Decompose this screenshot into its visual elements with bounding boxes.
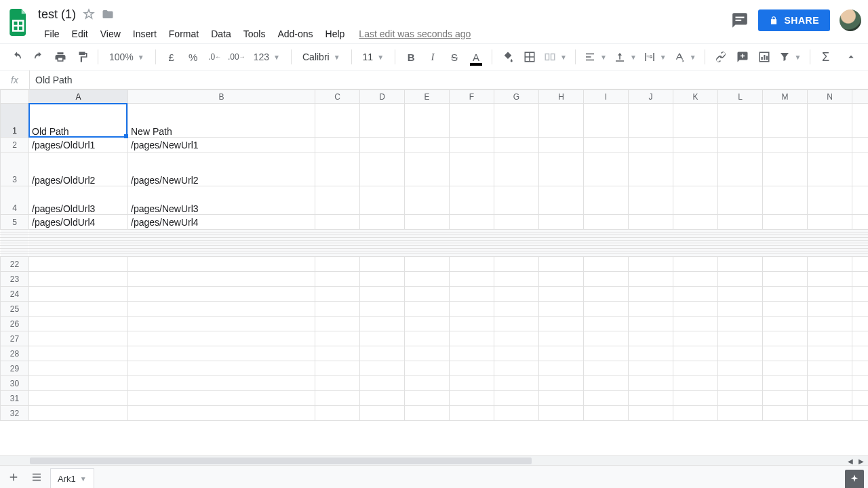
paint-format-button[interactable]	[72, 47, 92, 67]
col-header-n[interactable]: N	[808, 90, 852, 104]
menu-view[interactable]: View	[94, 26, 127, 42]
select-all-corner[interactable]	[1, 90, 29, 104]
zoom-value: 100%	[109, 52, 134, 62]
row-header-4[interactable]: 4	[1, 186, 29, 215]
comments-icon[interactable]	[731, 12, 749, 29]
number-format-dropdown[interactable]: 123▼	[248, 47, 285, 67]
menu-insert[interactable]: Insert	[127, 26, 163, 42]
toolbar-separator	[98, 49, 98, 64]
text-color-button[interactable]: A	[466, 47, 486, 67]
sheets-app-icon[interactable]	[5, 4, 33, 41]
col-header-l[interactable]: L	[718, 90, 763, 104]
font-size-dropdown[interactable]: 11▼	[357, 47, 389, 67]
star-icon[interactable]	[83, 8, 95, 20]
row-30: 30	[1, 376, 869, 391]
cell-b2[interactable]: /pages/NewUrl1	[128, 138, 315, 152]
bold-button[interactable]: B	[401, 47, 421, 67]
col-header-i[interactable]: I	[584, 90, 629, 104]
move-folder-icon[interactable]	[102, 8, 114, 20]
column-header-row: A B C D E F G H I J K L M N O	[1, 90, 869, 104]
strikethrough-button[interactable]: S	[444, 47, 465, 67]
row-5: 5 /pages/OldUrl4 /pages/NewUrl4	[1, 215, 869, 230]
col-header-d[interactable]: D	[360, 90, 405, 104]
col-header-h[interactable]: H	[539, 90, 584, 104]
filter-button[interactable]: ▼	[776, 47, 804, 67]
col-header-j[interactable]: J	[629, 90, 673, 104]
menu-tools[interactable]: Tools	[237, 26, 272, 42]
scroll-left-arrow[interactable]: ◀	[845, 456, 856, 466]
all-sheets-button[interactable]	[27, 468, 46, 487]
menu-format[interactable]: Format	[163, 26, 205, 42]
zoom-dropdown[interactable]: 100%▼	[104, 47, 150, 67]
cell-a4[interactable]: /pages/OldUrl3	[29, 186, 128, 215]
collapse-toolbar-button[interactable]	[841, 47, 861, 67]
scroll-right-arrow[interactable]: ▶	[856, 456, 867, 466]
italic-button[interactable]: I	[422, 47, 443, 67]
row-24: 24	[1, 287, 869, 302]
share-button[interactable]: SHARE	[758, 9, 830, 31]
decrease-decimal-button[interactable]: .0←	[205, 47, 225, 67]
menu-data[interactable]: Data	[205, 26, 237, 42]
redo-button[interactable]	[28, 47, 49, 67]
percent-button[interactable]: %	[183, 47, 203, 67]
fill-color-button[interactable]	[498, 47, 518, 67]
text-rotation-button[interactable]: ▼	[671, 47, 699, 67]
col-header-m[interactable]: M	[763, 90, 808, 104]
add-sheet-button[interactable]	[4, 468, 23, 487]
print-button[interactable]	[50, 47, 71, 67]
svg-rect-8	[545, 54, 549, 60]
menu-bar: File Edit View Insert Format Data Tools …	[38, 24, 726, 43]
row-header-2[interactable]: 2	[1, 138, 29, 152]
font-family-dropdown[interactable]: Calibri▼	[297, 47, 346, 67]
cell-b3[interactable]: /pages/NewUrl2	[128, 152, 315, 186]
col-header-o[interactable]: O	[852, 90, 869, 104]
text-wrap-button[interactable]: ▼	[641, 47, 669, 67]
scrollbar-thumb[interactable]	[30, 458, 532, 464]
vertical-align-button[interactable]: ▼	[611, 47, 639, 67]
cell-b1[interactable]: New Path	[128, 104, 315, 138]
row-header-1[interactable]: 1	[1, 104, 29, 138]
increase-decimal-button[interactable]: .00→	[226, 47, 247, 67]
cell-a3[interactable]: /pages/OldUrl2	[29, 152, 128, 186]
col-header-g[interactable]: G	[494, 90, 539, 104]
col-header-c[interactable]: C	[315, 90, 360, 104]
row-28: 28	[1, 346, 869, 361]
menu-edit[interactable]: Edit	[66, 26, 94, 42]
menu-file[interactable]: File	[38, 26, 66, 42]
sheet-tab-active[interactable]: Ark1 ▼	[50, 468, 94, 489]
sheet-tab-menu-icon[interactable]: ▼	[80, 475, 87, 483]
col-header-f[interactable]: F	[450, 90, 494, 104]
cell-a5[interactable]: /pages/OldUrl4	[29, 215, 128, 230]
formula-input[interactable]	[30, 75, 868, 85]
col-header-b[interactable]: B	[128, 90, 315, 104]
cell-b5[interactable]: /pages/NewUrl4	[128, 215, 315, 230]
undo-button[interactable]	[7, 47, 27, 67]
cell-a2[interactable]: /pages/OldUrl1	[29, 138, 128, 152]
row-3: 3 /pages/OldUrl2 /pages/NewUrl2	[1, 152, 869, 186]
document-title[interactable]: test (1)	[38, 7, 76, 22]
spreadsheet-grid[interactable]: A B C D E F G H I J K L M N O 1 Old Path	[0, 89, 868, 455]
account-avatar[interactable]	[840, 9, 861, 31]
explore-button[interactable]	[845, 470, 864, 489]
insert-link-button[interactable]	[711, 47, 731, 67]
merge-cells-button[interactable]: ▼	[541, 47, 570, 67]
insert-comment-button[interactable]	[732, 47, 753, 67]
currency-button[interactable]: £	[161, 47, 182, 67]
insert-chart-button[interactable]	[754, 47, 774, 67]
last-edit-link[interactable]: Last edit was seconds ago	[359, 28, 471, 39]
col-header-e[interactable]: E	[405, 90, 450, 104]
cell-a1[interactable]: Old Path	[29, 104, 128, 138]
functions-button[interactable]: Σ	[816, 47, 836, 67]
col-header-k[interactable]: K	[673, 90, 718, 104]
cell-b4[interactable]: /pages/NewUrl3	[128, 186, 315, 215]
borders-button[interactable]	[519, 47, 540, 67]
row-header-5[interactable]: 5	[1, 215, 29, 230]
horizontal-scrollbar[interactable]: ◀ ▶	[0, 455, 868, 465]
horizontal-align-button[interactable]: ▼	[581, 47, 610, 67]
row-header-3[interactable]: 3	[1, 152, 29, 186]
fx-icon[interactable]: fx	[0, 70, 30, 89]
menu-addons[interactable]: Add-ons	[271, 26, 319, 42]
menu-help[interactable]: Help	[319, 26, 351, 42]
col-header-a[interactable]: A	[29, 90, 128, 104]
svg-rect-4	[736, 20, 742, 21]
